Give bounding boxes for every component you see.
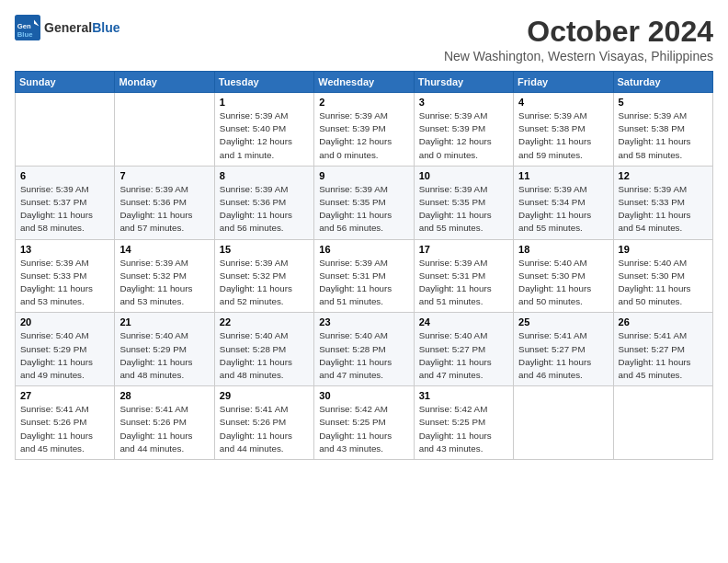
calendar-cell: 24Sunrise: 5:40 AMSunset: 5:27 PMDayligh… [414,313,513,386]
calendar-cell: 1Sunrise: 5:39 AMSunset: 5:40 PMDaylight… [214,93,313,167]
calendar-table: SundayMondayTuesdayWednesdayThursdayFrid… [15,71,713,460]
day-number: 12 [619,170,708,181]
calendar-cell: 27Sunrise: 5:41 AMSunset: 5:26 PMDayligh… [16,386,115,460]
calendar-cell: 15Sunrise: 5:39 AMSunset: 5:32 PMDayligh… [214,239,313,313]
day-number: 21 [119,316,209,327]
calendar-cell: 22Sunrise: 5:40 AMSunset: 5:28 PMDayligh… [214,313,313,386]
day-detail: Sunrise: 5:39 AMSunset: 5:33 PMDaylight:… [619,183,708,236]
weekday-header-wednesday: Wednesday [314,72,414,93]
day-number: 5 [619,97,708,108]
calendar-cell: 6Sunrise: 5:39 AMSunset: 5:37 PMDaylight… [16,166,115,239]
calendar-cell: 12Sunrise: 5:39 AMSunset: 5:33 PMDayligh… [613,166,712,239]
day-number: 17 [419,244,508,255]
day-number: 20 [20,316,109,327]
day-number: 4 [518,97,608,108]
calendar-cell: 26Sunrise: 5:41 AMSunset: 5:27 PMDayligh… [613,313,712,386]
day-number: 26 [619,316,708,327]
calendar-cell: 11Sunrise: 5:39 AMSunset: 5:34 PMDayligh… [514,166,613,239]
day-detail: Sunrise: 5:41 AMSunset: 5:26 PMDaylight:… [20,403,109,455]
day-number: 1 [220,97,309,108]
day-detail: Sunrise: 5:39 AMSunset: 5:40 PMDaylight:… [220,109,309,162]
calendar-cell: 9Sunrise: 5:39 AMSunset: 5:35 PMDaylight… [314,166,414,239]
day-number: 3 [419,97,508,108]
day-number: 22 [220,316,309,327]
calendar-cell: 25Sunrise: 5:41 AMSunset: 5:27 PMDayligh… [514,313,613,386]
day-detail: Sunrise: 5:41 AMSunset: 5:27 PMDaylight:… [518,329,608,382]
day-detail: Sunrise: 5:39 AMSunset: 5:38 PMDaylight:… [619,109,708,162]
logo: Gen Blue General Blue [15,15,119,40]
calendar-cell: 4Sunrise: 5:39 AMSunset: 5:38 PMDaylight… [514,93,613,167]
calendar-cell: 13Sunrise: 5:39 AMSunset: 5:33 PMDayligh… [16,239,115,313]
day-number: 13 [20,244,109,255]
calendar-week-row: 27Sunrise: 5:41 AMSunset: 5:26 PMDayligh… [16,386,713,460]
logo-icon: Gen Blue [15,15,40,40]
calendar-cell: 18Sunrise: 5:40 AMSunset: 5:30 PMDayligh… [514,239,613,313]
day-detail: Sunrise: 5:40 AMSunset: 5:29 PMDaylight:… [20,329,109,382]
calendar-cell: 5Sunrise: 5:39 AMSunset: 5:38 PMDaylight… [613,93,712,167]
calendar-cell: 17Sunrise: 5:39 AMSunset: 5:31 PMDayligh… [414,239,513,313]
svg-text:Gen: Gen [17,22,31,30]
day-number: 30 [319,390,408,401]
day-detail: Sunrise: 5:39 AMSunset: 5:35 PMDaylight:… [319,183,408,236]
day-detail: Sunrise: 5:39 AMSunset: 5:39 PMDaylight:… [419,109,508,162]
day-number: 29 [220,390,309,401]
calendar-cell: 21Sunrise: 5:40 AMSunset: 5:29 PMDayligh… [115,313,214,386]
calendar-cell: 14Sunrise: 5:39 AMSunset: 5:32 PMDayligh… [115,239,214,313]
day-number: 19 [619,244,708,255]
location-title: New Washington, Western Visayas, Philipp… [444,49,713,63]
weekday-header-thursday: Thursday [414,72,513,93]
calendar-cell: 7Sunrise: 5:39 AMSunset: 5:36 PMDaylight… [115,166,214,239]
calendar-cell: 16Sunrise: 5:39 AMSunset: 5:31 PMDayligh… [314,239,414,313]
day-number: 14 [119,244,209,255]
day-detail: Sunrise: 5:40 AMSunset: 5:30 PMDaylight:… [619,257,708,309]
calendar-cell: 23Sunrise: 5:40 AMSunset: 5:28 PMDayligh… [314,313,414,386]
weekday-header-saturday: Saturday [613,72,712,93]
day-number: 25 [518,316,608,327]
calendar-week-row: 13Sunrise: 5:39 AMSunset: 5:33 PMDayligh… [16,239,713,313]
day-detail: Sunrise: 5:42 AMSunset: 5:25 PMDaylight:… [419,403,508,455]
svg-text:Blue: Blue [17,30,33,39]
day-number: 2 [319,97,408,108]
page-header: Gen Blue General Blue October 2024 New W… [15,15,713,63]
calendar-cell: 31Sunrise: 5:42 AMSunset: 5:25 PMDayligh… [414,386,513,460]
calendar-cell [514,386,613,460]
day-number: 6 [20,170,109,181]
calendar-cell: 20Sunrise: 5:40 AMSunset: 5:29 PMDayligh… [16,313,115,386]
day-detail: Sunrise: 5:39 AMSunset: 5:39 PMDaylight:… [319,109,408,162]
day-number: 28 [119,390,209,401]
weekday-header-sunday: Sunday [16,72,115,93]
weekday-header-tuesday: Tuesday [214,72,313,93]
calendar-cell: 29Sunrise: 5:41 AMSunset: 5:26 PMDayligh… [214,386,313,460]
calendar-cell: 19Sunrise: 5:40 AMSunset: 5:30 PMDayligh… [613,239,712,313]
day-detail: Sunrise: 5:42 AMSunset: 5:25 PMDaylight:… [319,403,408,455]
calendar-cell: 28Sunrise: 5:41 AMSunset: 5:26 PMDayligh… [115,386,214,460]
day-detail: Sunrise: 5:39 AMSunset: 5:34 PMDaylight:… [518,183,608,236]
day-number: 10 [419,170,508,181]
month-title: October 2024 [444,15,713,49]
day-detail: Sunrise: 5:39 AMSunset: 5:36 PMDaylight:… [119,183,209,236]
weekday-header-friday: Friday [514,72,613,93]
day-detail: Sunrise: 5:40 AMSunset: 5:28 PMDaylight:… [319,329,408,382]
calendar-cell [115,93,214,167]
day-detail: Sunrise: 5:39 AMSunset: 5:38 PMDaylight:… [518,109,608,162]
day-number: 11 [518,170,608,181]
calendar-week-row: 1Sunrise: 5:39 AMSunset: 5:40 PMDaylight… [16,93,713,167]
day-detail: Sunrise: 5:39 AMSunset: 5:31 PMDaylight:… [319,257,408,309]
calendar-week-row: 6Sunrise: 5:39 AMSunset: 5:37 PMDaylight… [16,166,713,239]
calendar-cell [613,386,712,460]
day-number: 24 [419,316,508,327]
day-detail: Sunrise: 5:39 AMSunset: 5:35 PMDaylight:… [419,183,508,236]
day-number: 18 [518,244,608,255]
weekday-header-row: SundayMondayTuesdayWednesdayThursdayFrid… [16,72,713,93]
day-detail: Sunrise: 5:41 AMSunset: 5:27 PMDaylight:… [619,329,708,382]
day-detail: Sunrise: 5:39 AMSunset: 5:36 PMDaylight:… [220,183,309,236]
logo-text-general: General [44,20,92,35]
logo-text-blue: Blue [92,20,119,35]
day-number: 8 [220,170,309,181]
day-number: 7 [119,170,209,181]
calendar-cell: 30Sunrise: 5:42 AMSunset: 5:25 PMDayligh… [314,386,414,460]
day-detail: Sunrise: 5:39 AMSunset: 5:31 PMDaylight:… [419,257,508,309]
day-number: 16 [319,244,408,255]
calendar-cell: 10Sunrise: 5:39 AMSunset: 5:35 PMDayligh… [414,166,513,239]
day-detail: Sunrise: 5:39 AMSunset: 5:32 PMDaylight:… [220,257,309,309]
